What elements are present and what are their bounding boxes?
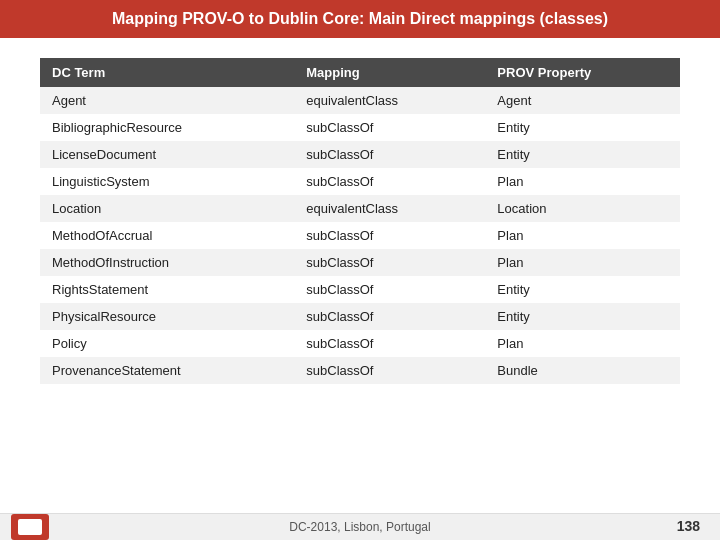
logo-box bbox=[11, 514, 49, 540]
main-content: DC Term Mapping PROV Property Agentequiv… bbox=[0, 38, 720, 513]
page-header: Mapping PROV-O to Dublin Core: Main Dire… bbox=[0, 0, 720, 38]
cell-prov-property: Plan bbox=[485, 330, 680, 357]
cell-dc-term: Policy bbox=[40, 330, 294, 357]
col-header-dc-term: DC Term bbox=[40, 58, 294, 87]
table-header-row: DC Term Mapping PROV Property bbox=[40, 58, 680, 87]
cell-prov-property: Plan bbox=[485, 249, 680, 276]
table-row: RightsStatementsubClassOfEntity bbox=[40, 276, 680, 303]
cell-mapping: subClassOf bbox=[294, 276, 485, 303]
cell-dc-term: ProvenanceStatement bbox=[40, 357, 294, 384]
cell-dc-term: Location bbox=[40, 195, 294, 222]
cell-dc-term: RightsStatement bbox=[40, 276, 294, 303]
cell-dc-term: LicenseDocument bbox=[40, 141, 294, 168]
cell-prov-property: Entity bbox=[485, 114, 680, 141]
table-row: LinguisticSystemsubClassOfPlan bbox=[40, 168, 680, 195]
logo-inner bbox=[18, 519, 42, 535]
cell-prov-property: Agent bbox=[485, 87, 680, 114]
table-row: MethodOfAccrualsubClassOfPlan bbox=[40, 222, 680, 249]
table-row: LocationequivalentClassLocation bbox=[40, 195, 680, 222]
cell-mapping: subClassOf bbox=[294, 114, 485, 141]
cell-mapping: subClassOf bbox=[294, 330, 485, 357]
cell-dc-term: MethodOfInstruction bbox=[40, 249, 294, 276]
footer-text: DC-2013, Lisbon, Portugal bbox=[289, 520, 430, 534]
cell-prov-property: Entity bbox=[485, 276, 680, 303]
table-row: PolicysubClassOfPlan bbox=[40, 330, 680, 357]
cell-mapping: subClassOf bbox=[294, 357, 485, 384]
table-row: PhysicalResourcesubClassOfEntity bbox=[40, 303, 680, 330]
cell-dc-term: BibliographicResource bbox=[40, 114, 294, 141]
footer-logo bbox=[10, 513, 50, 540]
cell-mapping: subClassOf bbox=[294, 222, 485, 249]
header-title: Mapping PROV-O to Dublin Core: Main Dire… bbox=[112, 10, 608, 27]
cell-dc-term: PhysicalResource bbox=[40, 303, 294, 330]
cell-dc-term: MethodOfAccrual bbox=[40, 222, 294, 249]
table-row: MethodOfInstructionsubClassOfPlan bbox=[40, 249, 680, 276]
cell-prov-property: Plan bbox=[485, 168, 680, 195]
cell-prov-property: Entity bbox=[485, 303, 680, 330]
table-row: AgentequivalentClassAgent bbox=[40, 87, 680, 114]
cell-dc-term: LinguisticSystem bbox=[40, 168, 294, 195]
cell-mapping: subClassOf bbox=[294, 303, 485, 330]
page-number: 138 bbox=[677, 518, 700, 534]
page-footer: DC-2013, Lisbon, Portugal 138 bbox=[0, 513, 720, 540]
table-row: BibliographicResourcesubClassOfEntity bbox=[40, 114, 680, 141]
table-row: ProvenanceStatementsubClassOfBundle bbox=[40, 357, 680, 384]
cell-prov-property: Bundle bbox=[485, 357, 680, 384]
col-header-mapping: Mapping bbox=[294, 58, 485, 87]
cell-prov-property: Entity bbox=[485, 141, 680, 168]
cell-mapping: subClassOf bbox=[294, 249, 485, 276]
cell-mapping: subClassOf bbox=[294, 168, 485, 195]
cell-dc-term: Agent bbox=[40, 87, 294, 114]
cell-prov-property: Plan bbox=[485, 222, 680, 249]
mappings-table: DC Term Mapping PROV Property Agentequiv… bbox=[40, 58, 680, 384]
col-header-prov-property: PROV Property bbox=[485, 58, 680, 87]
cell-mapping: equivalentClass bbox=[294, 87, 485, 114]
cell-mapping: equivalentClass bbox=[294, 195, 485, 222]
cell-mapping: subClassOf bbox=[294, 141, 485, 168]
table-row: LicenseDocumentsubClassOfEntity bbox=[40, 141, 680, 168]
cell-prov-property: Location bbox=[485, 195, 680, 222]
